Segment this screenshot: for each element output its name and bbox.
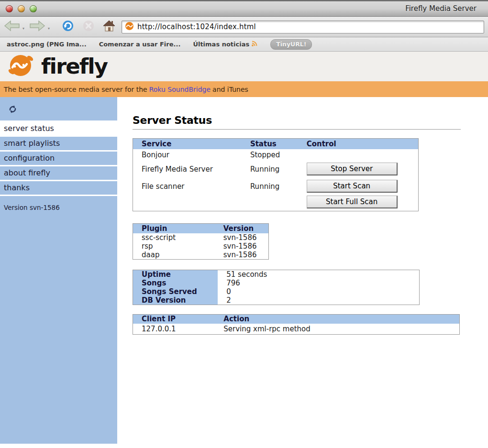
back-dropdown-icon[interactable]: ▾ [22,26,24,31]
roku-soundbridge-link[interactable]: Roku SoundBridge [149,86,211,93]
col-service: Service [133,139,250,149]
stat-value: 51 seconds [218,270,419,279]
page-title: Server Status [133,114,461,130]
col-version: Version [223,224,269,233]
stop-server-button[interactable]: Stop Server [307,163,398,175]
bookmark-noticias[interactable]: Últimas noticias [193,40,258,48]
table-row: Songs 796 [133,279,420,287]
sidebar: server status smart playlists configurat… [0,97,117,444]
bookmark-tinyurl[interactable]: TinyURL! [270,39,312,50]
plugin-name: ssc-script [133,233,223,242]
close-icon[interactable] [6,5,13,12]
table-row: DB Version 2 [133,296,420,305]
service-table: Service Status Control Bonjour Stopped F… [133,138,419,211]
col-action: Action [223,314,459,324]
back-button[interactable] [4,20,20,33]
main-content: Server Status Service Status Control Bon… [117,97,488,448]
service-status: Running [250,178,307,195]
browser-toolbar: ▾ ▾ [0,17,488,37]
stat-label: Songs [133,279,218,287]
client-table: Client IP Action 127.0.0.1 Serving xml-r… [133,314,460,335]
refresh-icon [8,107,17,116]
stat-value: 0 [218,287,419,296]
stat-label: Uptime [133,270,218,279]
bookmark-label: Últimas noticias [193,41,249,48]
stop-button[interactable] [82,20,95,34]
client-action: Serving xml-rpc method [223,324,459,334]
table-row: Firefly Media Server Running Stop Server [133,161,419,178]
tagline-suffix: and iTunes [212,86,248,93]
plugin-version: svn-1586 [223,251,269,260]
plugin-name: daap [133,251,223,260]
table-row: daap svn-1586 [133,251,269,260]
firefly-logo-icon [8,53,34,80]
plugin-version: svn-1586 [223,242,269,251]
sidebar-item-configuration[interactable]: configuration [0,150,117,165]
version-label: Version svn-1586 [0,204,117,211]
table-row: File scanner Running Start Scan [133,178,419,195]
zoom-icon[interactable] [30,5,37,12]
table-row: ssc-script svn-1586 [133,233,269,242]
browser-window: Firefly Media Server ▾ ▾ [0,0,488,448]
reload-button[interactable] [61,19,75,34]
stat-label: DB Version [133,296,218,305]
stat-value: 796 [218,279,419,287]
table-row: Start Full Scan [133,195,419,211]
service-name: File scanner [133,178,250,195]
plugin-table: Plugin Version ssc-script svn-1586 rsp s… [133,223,269,260]
sidebar-item-server-status[interactable]: server status [0,120,117,135]
table-row: rsp svn-1586 [133,242,269,251]
stat-label: Songs Served [133,287,218,296]
stat-value: 2 [218,296,419,305]
table-header-row: Plugin Version [133,224,269,233]
firefly-favicon-icon [125,22,134,33]
stats-table: Uptime 51 seconds Songs 796 Songs Served… [133,270,420,305]
start-scan-button[interactable]: Start Scan [307,180,398,193]
page-body: server status smart playlists configurat… [0,97,488,448]
home-icon [102,20,116,34]
col-control: Control [307,139,419,149]
sidebar-item-smart-playlists[interactable]: smart playlists [0,135,117,150]
stop-icon [82,20,95,34]
window-title: Firefly Media Server [405,4,477,13]
table-header-row: Client IP Action [133,314,460,324]
start-full-scan-button[interactable]: Start Full Scan [307,196,398,208]
tagline-banner: The best open-source media server for th… [0,81,488,97]
titlebar: Firefly Media Server [0,0,488,17]
back-icon [4,20,20,33]
url-field[interactable]: http://localhost:1024/index.html [122,21,484,33]
table-row: Bonjour Stopped [133,149,419,161]
firefly-header: firefly [0,52,488,81]
client-ip: 127.0.0.1 [133,324,224,334]
tagline-prefix: The best open-source media server for th… [4,86,147,93]
col-plugin: Plugin [133,224,223,233]
window-controls [6,5,37,12]
forward-button[interactable] [29,20,45,33]
home-button[interactable] [102,20,116,34]
table-header-row: Service Status Control [133,139,419,149]
url-text[interactable]: http://localhost:1024/index.html [137,22,256,31]
table-row: 127.0.0.1 Serving xml-rpc method [133,324,460,334]
firefly-wordmark: firefly [41,54,107,79]
bookmark-label: astroc.png (PNG Ima... [7,41,87,48]
bookmark-label: Comenzar a usar Fire... [99,41,181,48]
table-row: Songs Served 0 [133,287,420,296]
col-client-ip: Client IP [133,314,224,324]
service-status: Stopped [250,149,307,161]
table-row: Uptime 51 seconds [133,270,420,279]
sidebar-item-about-firefly[interactable]: about firefly [0,165,117,180]
bookmark-astroc[interactable]: astroc.png (PNG Ima... [7,41,87,48]
sidebar-column: server status smart playlists configurat… [0,97,117,448]
plugin-name: rsp [133,242,223,251]
minimize-icon[interactable] [18,5,25,12]
forward-dropdown-icon[interactable]: ▾ [48,26,50,31]
col-status: Status [250,139,307,149]
sidebar-item-thanks[interactable]: thanks [0,180,117,196]
refresh-button[interactable] [0,103,117,120]
rss-icon [251,40,258,48]
bookmark-comenzar[interactable]: Comenzar a usar Fire... [99,41,181,48]
service-name: Bonjour [133,149,250,161]
forward-icon [29,20,45,33]
plugin-version: svn-1586 [223,233,269,242]
reload-icon [61,19,75,34]
